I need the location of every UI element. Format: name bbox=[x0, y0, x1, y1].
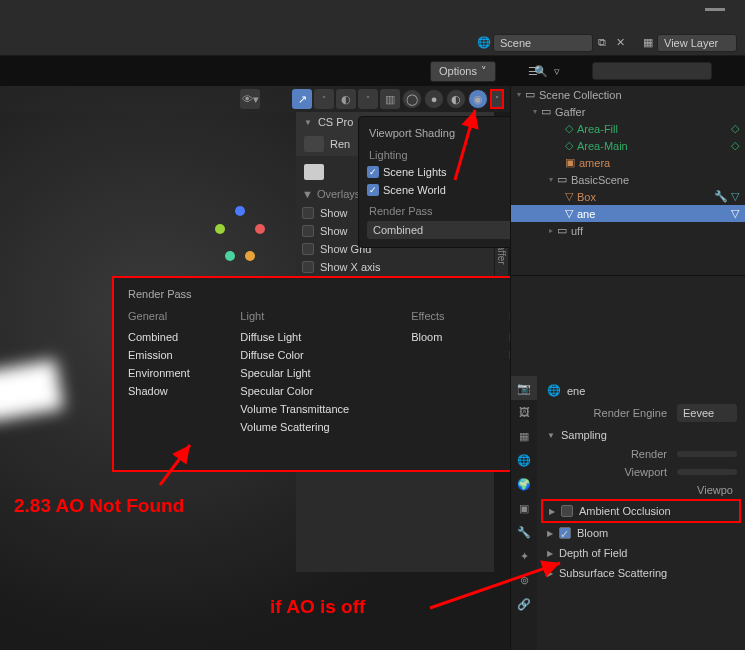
show-x-row[interactable]: Show X axis bbox=[296, 258, 494, 276]
gizmo-x-axis[interactable] bbox=[255, 224, 265, 234]
render-pass-emission[interactable]: Emission bbox=[128, 346, 230, 364]
output-tab-icon[interactable]: 🖼 bbox=[511, 400, 537, 424]
window-minimize-icon[interactable] bbox=[705, 8, 725, 11]
solid-shading-icon[interactable]: ● bbox=[424, 89, 444, 109]
modifier-tab-icon[interactable]: 🔧 bbox=[511, 520, 537, 544]
wireframe-shading-icon[interactable]: ◯ bbox=[402, 89, 422, 109]
collection-icon: ▭ bbox=[541, 105, 551, 118]
outliner-search[interactable] bbox=[592, 62, 712, 80]
bloom-section[interactable]: ▶✓Bloom bbox=[541, 523, 741, 543]
gizmo-y-axis[interactable] bbox=[215, 224, 225, 234]
outliner-item[interactable]: ◇ Area-Main ◇ bbox=[511, 137, 745, 154]
ao-checkbox[interactable] bbox=[561, 505, 573, 517]
xray-toggle-icon[interactable]: ▥ bbox=[380, 89, 400, 109]
gizmo-toggle-icon[interactable]: ↗ bbox=[292, 89, 312, 109]
outliner-item[interactable]: ▸▭ uff bbox=[511, 222, 745, 239]
close-scene-icon[interactable]: ✕ bbox=[611, 34, 629, 52]
nav-gizmo[interactable] bbox=[210, 206, 270, 266]
check-icon: ✓ bbox=[367, 166, 379, 178]
bloom-checkbox[interactable]: ✓ bbox=[559, 527, 571, 539]
outliner-item[interactable]: ▽ Box 🔧 ▽ bbox=[511, 188, 745, 205]
viewport-samples-field[interactable] bbox=[677, 469, 737, 475]
render-pass-diffuse-light[interactable]: Diffuse Light bbox=[240, 328, 401, 346]
gizmo-axis-dot[interactable] bbox=[225, 251, 235, 261]
light-data-icon: ◇ bbox=[731, 122, 739, 135]
render-pass-volume-scattering[interactable]: Volume Scattering bbox=[240, 418, 401, 436]
gizmo-chevron-icon[interactable]: ˅ bbox=[314, 89, 334, 109]
render-pass-bloom[interactable]: Bloom bbox=[411, 328, 499, 346]
mesh-icon: ▽ bbox=[565, 207, 573, 220]
sampling-section[interactable]: ▼Sampling bbox=[541, 425, 741, 445]
render-pass-volume-transmittance[interactable]: Volume Transmittance bbox=[240, 400, 401, 418]
checkbox-icon[interactable] bbox=[302, 243, 314, 255]
render-pass-diffuse-color[interactable]: Diffuse Color bbox=[240, 346, 401, 364]
copy-scene-icon[interactable]: ⧉ bbox=[593, 34, 611, 52]
properties-content: 🌐ene Render Engine Eevee ▼Sampling Rende… bbox=[537, 376, 745, 650]
gizmo-axis-dot[interactable] bbox=[245, 251, 255, 261]
light-icon: ◇ bbox=[565, 139, 573, 152]
render-pass-combined[interactable]: Combined bbox=[128, 328, 230, 346]
physics-tab-icon[interactable]: ⊚ bbox=[511, 568, 537, 592]
annotation-if-ao-off: if AO is off bbox=[270, 596, 365, 618]
checkbox-icon[interactable] bbox=[302, 207, 314, 219]
triangle-icon: ▾ bbox=[549, 175, 553, 184]
viewport-samples-row: Viewport bbox=[541, 463, 741, 481]
viewlayer-tab-icon[interactable]: ▦ bbox=[511, 424, 537, 448]
object-tab-icon[interactable]: ▣ bbox=[511, 496, 537, 520]
render-samples-field[interactable] bbox=[677, 451, 737, 457]
visibility-dropdown-icon[interactable]: 👁▾ bbox=[240, 89, 260, 109]
gizmo-z-axis[interactable] bbox=[235, 206, 245, 216]
second-bar: Options ˅ ☰ ▿ 🔍 bbox=[430, 58, 745, 84]
render-pass-specular-light[interactable]: Specular Light bbox=[240, 364, 401, 382]
triangle-icon: ▾ bbox=[517, 90, 521, 99]
camera-icon: ▣ bbox=[565, 156, 575, 169]
options-button[interactable]: Options ˅ bbox=[430, 61, 496, 82]
mesh-data-icon: ▽ bbox=[731, 207, 739, 220]
render-pass-environment[interactable]: Environment bbox=[128, 364, 230, 382]
properties-tabs: 📷 🖼 ▦ 🌐 🌍 ▣ 🔧 ✦ ⊚ 🔗 bbox=[511, 376, 537, 650]
render-pass-specular-color[interactable]: Specular Color bbox=[240, 382, 401, 400]
outliner-item[interactable]: ▾▭ Gaffer bbox=[511, 103, 745, 120]
matprev-shading-icon[interactable]: ◐ bbox=[446, 89, 466, 109]
outliner[interactable]: ▾▭ Scene Collection ▾▭ Gaffer ◇ Area-Fil… bbox=[511, 86, 745, 276]
outliner-item[interactable]: ▣ amera bbox=[511, 154, 745, 171]
render-engine-label: Render Engine bbox=[545, 407, 671, 419]
world-tab-icon[interactable]: 🌍 bbox=[511, 472, 537, 496]
checkbox-icon[interactable] bbox=[302, 225, 314, 237]
triangle-down-icon: ▼ bbox=[547, 431, 555, 440]
scene-breadcrumb[interactable]: 🌐ene bbox=[541, 380, 741, 401]
checkbox-icon[interactable] bbox=[302, 261, 314, 273]
sss-section[interactable]: ▶Subsurface Scattering bbox=[541, 563, 741, 583]
overlay-chevron-icon[interactable]: ˅ bbox=[358, 89, 378, 109]
viewlayer-field[interactable] bbox=[657, 34, 737, 52]
rendered-shading-icon[interactable]: ◉ bbox=[468, 89, 488, 109]
outliner-item-active[interactable]: ▽ ane ▽ bbox=[511, 205, 745, 222]
right-pane: ▾▭ Scene Collection ▾▭ Gaffer ◇ Area-Fil… bbox=[510, 86, 745, 650]
render-engine-dropdown[interactable]: Eevee bbox=[677, 404, 737, 422]
particle-tab-icon[interactable]: ✦ bbox=[511, 544, 537, 568]
scene-tab-icon[interactable]: 🌐 bbox=[511, 448, 537, 472]
outliner-item[interactable]: ▾▭ BasicScene bbox=[511, 171, 745, 188]
light-icon: ◇ bbox=[565, 122, 573, 135]
mesh-icon: ▽ bbox=[565, 190, 573, 203]
outliner-collection[interactable]: ▾▭ Scene Collection bbox=[511, 86, 745, 103]
ambient-occlusion-section[interactable]: ▶Ambient Occlusion bbox=[541, 499, 741, 523]
triangle-right-icon: ▶ bbox=[549, 507, 555, 516]
render-label: Ren bbox=[330, 138, 350, 150]
render-tab-icon[interactable]: 📷 bbox=[511, 376, 537, 400]
overlay-toggle-icon[interactable]: ◐ bbox=[336, 89, 356, 109]
filter-icon[interactable]: ▿ bbox=[548, 62, 566, 80]
shading-dropdown-arrow[interactable]: ˅ bbox=[490, 89, 504, 109]
scene-name-field[interactable] bbox=[493, 34, 593, 52]
outliner-item[interactable]: ◇ Area-Fill ◇ bbox=[511, 120, 745, 137]
render-pass-shadow[interactable]: Shadow bbox=[128, 382, 230, 400]
scene-icon: 🌐 bbox=[475, 34, 493, 52]
top-bar: 🌐 ⧉ ✕ ▦ bbox=[0, 30, 745, 56]
triangle-right-icon: ▶ bbox=[547, 549, 553, 558]
viewlayer-icon: ▦ bbox=[639, 34, 657, 52]
dof-section[interactable]: ▶Depth of Field bbox=[541, 543, 741, 563]
constraints-tab-icon[interactable]: 🔗 bbox=[511, 592, 537, 616]
triangle-icon: ▸ bbox=[549, 226, 553, 235]
search-icon: 🔍 bbox=[532, 62, 550, 80]
viewport-header: 👁▾ ↗ ˅ ◐ ˅ ▥ ◯ ● ◐ ◉ ˅ bbox=[0, 86, 510, 112]
